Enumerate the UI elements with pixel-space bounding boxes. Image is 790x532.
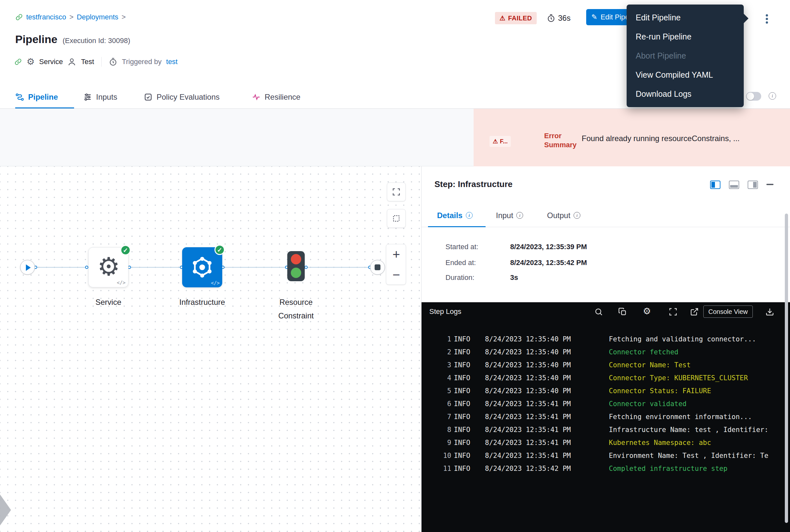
code-icon: </> [117,280,126,286]
step-tab-output[interactable]: Outputi [547,204,580,227]
hexagon-icon [191,256,213,278]
link-icon [14,58,22,66]
start-node-play-icon[interactable] [20,260,35,275]
fullscreen-icon[interactable] [669,307,677,316]
log-line: 10INFO8/24/2023 12:35:41 PMEnvironment N… [422,449,790,462]
execution-id: (Execution Id: 30098) [62,37,130,45]
layout-split-bottom-icon[interactable] [729,180,739,189]
minimize-panel-icon[interactable] [766,184,773,185]
step-logs-title: Step Logs [429,307,461,316]
breadcrumb: testfrancisco > Deployments > [15,13,126,21]
search-icon[interactable] [594,307,603,316]
view-toggle[interactable] [746,92,761,101]
environment-name: Test [81,58,94,66]
breadcrumb-project[interactable]: testfrancisco [26,13,66,21]
success-check-icon: ✓ [214,245,225,255]
download-icon[interactable] [766,307,774,316]
gear-icon: ⚙ [89,252,129,281]
node-service[interactable]: ⚙ ✓ </> [88,247,129,287]
step-tab-details[interactable]: Detailsi [437,204,473,227]
user-icon [67,57,76,66]
log-line: 7INFO8/24/2023 12:35:41 PMFetching envir… [422,410,790,423]
warning-icon: ⚠ [493,138,498,145]
layout-split-right-icon[interactable] [748,180,758,189]
info-icon[interactable]: i [574,212,580,219]
log-line: 5INFO8/24/2023 12:35:40 PMConnector Stat… [422,384,790,397]
menu-item-download-logs[interactable]: Download Logs [627,84,744,103]
breadcrumb-deployments[interactable]: Deployments [77,13,118,21]
edge-line [36,267,87,268]
info-icon[interactable]: i [516,212,523,219]
vertical-scrollbar[interactable] [785,213,788,523]
pipeline-canvas[interactable]: ⚙ ✓ </> Service ✓ </> Infrastructure Res… [0,166,421,532]
policy-icon [143,93,153,101]
menu-item-abort-pipeline: Abort Pipeline [627,46,744,65]
link-icon [15,13,23,21]
node-label-service: Service [79,296,137,309]
error-summary-label: Error Summary [544,131,577,150]
node-resource-constraint-traffic-light-icon[interactable] [287,251,305,281]
step-details-panel: Step: Infrastructure Detailsi Inputi Out… [421,166,790,532]
log-line: 1INFO8/24/2023 12:35:40 PMFetching and v… [422,332,790,346]
failed-badge-small: ⚠ F... [489,136,511,147]
tab-inputs[interactable]: Inputs [83,86,117,109]
log-settings-gear-icon[interactable]: ⚙ [643,306,651,317]
title-row: Pipeline (Execution Id: 30098) [15,33,130,45]
node-label-infrastructure: Infrastructure [173,296,231,309]
edge-line [306,267,370,268]
log-line: 11INFO8/24/2023 12:35:42 PMCompleted inf… [422,462,790,475]
marquee-icon [392,214,401,223]
triggered-by-user[interactable]: test [166,58,178,66]
tab-pipeline[interactable]: Pipeline [15,86,58,109]
info-icon[interactable]: i [769,92,776,100]
stage-summary-bar: deploy Started at: 8/24/2023, 12:35:11 P… [0,109,790,166]
step-tab-input[interactable]: Inputi [496,204,523,227]
pipeline-execution-page: testfrancisco > Deployments > Pipeline (… [0,0,790,532]
step-tabs: Detailsi Inputi Outputi [422,204,790,227]
page-title: Pipeline [15,33,57,45]
end-node-stop-icon[interactable] [370,260,385,275]
node-infrastructure[interactable]: ✓ </> [182,247,222,287]
copy-icon[interactable] [618,307,627,316]
external-link-icon[interactable] [690,307,699,316]
console-view-button[interactable]: Console View [703,305,753,318]
log-lines: 1INFO8/24/2023 12:35:40 PMFetching and v… [422,321,790,475]
menu-item-rerun-pipeline[interactable]: Re-run Pipeline [627,27,744,46]
active-tab-underline [15,108,74,109]
error-summary-zone: ⚠ F... Error Summary Found already runni… [474,109,790,166]
edge-line [223,267,287,268]
more-options-kebab-icon[interactable] [761,12,772,26]
pencil-icon: ✎ [591,13,597,21]
log-line: 4INFO8/24/2023 12:35:40 PMConnector Type… [422,372,790,384]
trigger-clock-icon [109,58,117,66]
menu-item-view-compiled-yaml[interactable]: View Compiled YAML [627,65,744,84]
tab-resilience[interactable]: Resilience [252,86,301,109]
info-icon[interactable]: i [466,212,473,219]
success-check-icon: ✓ [120,245,131,255]
step-logs-panel: Step Logs ⚙ Console View [422,302,790,532]
warning-icon: ⚠ [500,14,505,22]
node-label-resource-constraint: Resource Constraint [270,296,322,323]
tab-policy-evaluations[interactable]: Policy Evaluations [143,86,220,109]
active-step-tab-underline [428,226,486,227]
gear-icon: ⚙ [26,57,35,66]
step-logs-header: Step Logs ⚙ Console View [422,302,790,321]
log-line: 2INFO8/24/2023 12:35:40 PMConnector fetc… [422,346,790,359]
pipeline-options-menu: Edit Pipeline Re-run Pipeline Abort Pipe… [627,4,744,107]
duration-indicator: 36s [547,14,571,23]
error-summary-text: Found already running resourceConstrains… [582,134,776,143]
marquee-select-button[interactable] [387,209,406,228]
log-line: 6INFO8/24/2023 12:35:41 PMConnector vali… [422,397,790,410]
zoom-in-button[interactable]: + [386,244,406,265]
menu-item-edit-pipeline[interactable]: Edit Pipeline [627,8,744,27]
zoom-out-button[interactable]: − [386,265,406,285]
layout-split-left-icon[interactable] [710,180,720,189]
fit-to-screen-button[interactable] [387,183,406,201]
meta-row: ⚙ Service Test Triggered by test [14,57,178,66]
edge-dot [85,266,88,269]
expand-left-panel-handle[interactable] [0,494,11,526]
breadcrumb-separator: > [122,13,126,21]
status-badge: ⚠ FAILED [495,12,537,24]
zoom-controls: + − [386,244,406,285]
resilience-icon [252,93,261,101]
